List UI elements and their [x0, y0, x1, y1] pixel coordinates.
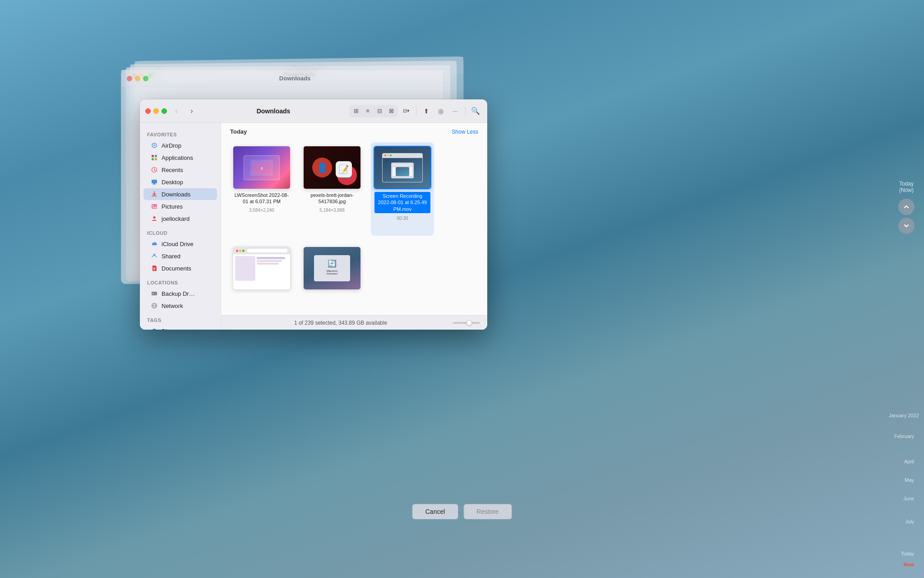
recents-icon	[151, 166, 158, 173]
screenshot-preview-inner: ⬆	[244, 155, 280, 180]
browser-thumb-1	[235, 256, 255, 281]
migration-title: MigrationAssistant	[327, 270, 338, 275]
file-meta-music: 5,184×3,888	[319, 208, 345, 213]
restore-button[interactable]: Restore	[463, 504, 512, 519]
toolbar-separator	[416, 107, 416, 116]
sidebar-item-documents[interactable]: Documents	[143, 262, 217, 274]
sidebar-item-recents[interactable]: Recents	[143, 164, 217, 176]
sidebar-item-icloud[interactable]: iCloud Drive	[143, 238, 217, 250]
timeline-apr: April	[889, 459, 919, 466]
icon-view-button[interactable]: ⊞	[350, 106, 362, 117]
migration-icon: 🔄	[328, 259, 337, 268]
nav-up-button[interactable]	[898, 199, 915, 215]
sidebar-item-applications[interactable]: Applications	[143, 152, 217, 163]
forward-button[interactable]: ›	[186, 105, 198, 117]
close-button[interactable]	[145, 108, 151, 114]
sidebar-item-user[interactable]: joellockard	[143, 213, 217, 224]
timeline-now: Now	[889, 562, 919, 569]
file-item-migration[interactable]: 🔄 MigrationAssistant	[300, 243, 364, 308]
column-view-button[interactable]: ⊟	[374, 106, 385, 117]
timeline-jan: January 2022	[889, 413, 919, 420]
inner-dot-red	[384, 154, 386, 156]
sidebar-item-backup[interactable]: Backup Dr…	[143, 288, 217, 299]
traffic-lights	[145, 108, 167, 114]
group-button[interactable]: ⊟▾	[400, 105, 412, 117]
show-less-button[interactable]: Show Less	[452, 129, 478, 135]
favorites-header: Favorites	[140, 126, 221, 139]
locations-header: Locations	[140, 275, 221, 287]
action-buttons: Cancel Restore	[412, 504, 512, 519]
browser-line-1	[257, 257, 285, 259]
timeline-jun: June	[889, 496, 919, 503]
share-button[interactable]: ⬆	[420, 105, 433, 117]
browser-body	[233, 254, 290, 289]
migration-preview: 🔄 MigrationAssistant	[304, 247, 360, 289]
downloads-label: Downloads	[162, 191, 190, 198]
browser-dot-red	[236, 250, 238, 252]
sidebar-item-network[interactable]: Network	[143, 300, 217, 312]
inner-dot-yellow	[387, 154, 389, 156]
file-item-recording[interactable]: Screen Recording 2022-08-01 at 6.25.49 P…	[371, 142, 434, 236]
timeline-gap-4	[889, 485, 919, 496]
desktop-label: Desktop	[162, 179, 183, 186]
pictures-icon	[151, 203, 158, 210]
recording-preview	[374, 147, 430, 188]
timeline-feb: February	[889, 434, 919, 441]
title-bar: ‹ › Downloads ⊞ ≡ ⊟ ⊠ ⊟▾ ⬆ ◎ ··· 🔍	[140, 99, 487, 123]
sidebar-item-shared[interactable]: Shared	[143, 250, 217, 262]
fullscreen-button[interactable]	[162, 108, 167, 114]
music-icons: 👤 📝	[312, 158, 352, 177]
file-item-browser[interactable]	[230, 243, 293, 308]
sidebar-item-pictures[interactable]: Pictures	[143, 200, 217, 212]
list-view-button[interactable]: ≡	[362, 106, 374, 117]
tag-button[interactable]: ◎	[434, 105, 447, 117]
zoom-track[interactable]	[453, 322, 480, 324]
toolbar-separator-2	[465, 107, 466, 116]
timeline-gap-1	[889, 420, 919, 434]
browser-content	[235, 256, 288, 281]
sidebar-item-downloads[interactable]: Downloads	[143, 188, 217, 200]
window-title: Downloads	[201, 107, 346, 115]
nav-down-button[interactable]	[898, 218, 915, 234]
toolbar-icons: ⊞ ≡ ⊟ ⊠ ⊟▾ ⬆ ◎ ··· 🔍	[349, 105, 482, 117]
file-item-screenshot[interactable]: ⬆ LWScreenShot 2022-08-01 at 6.07.31 PM …	[230, 142, 293, 236]
status-text: 1 of 239 selected, 343.89 GB available	[228, 320, 453, 326]
svg-point-0	[152, 143, 157, 148]
svg-rect-9	[152, 204, 157, 209]
search-button[interactable]: 🔍	[469, 105, 482, 117]
svg-point-10	[152, 205, 153, 206]
sidebar-item-desktop[interactable]: Desktop	[143, 176, 217, 188]
inner-window	[382, 153, 423, 182]
timeline-gap-2	[889, 441, 919, 459]
file-name-music: pexels-brett-jordan-5417836.jpg	[304, 192, 360, 205]
browser-dot-yellow	[239, 250, 241, 252]
gallery-view-button[interactable]: ⊠	[385, 106, 397, 117]
today-now-label: Today (Now)	[892, 181, 920, 193]
more-button[interactable]: ···	[449, 105, 462, 117]
backup-label: Backup Dr…	[162, 290, 195, 297]
music-preview: 👤 📝 🎵	[304, 146, 360, 189]
timeline-spacer-bottom	[889, 243, 924, 413]
minimize-button[interactable]	[153, 108, 159, 114]
icloud-header: iCloud	[140, 225, 221, 238]
cancel-button[interactable]: Cancel	[412, 504, 458, 519]
migration-inner: 🔄 MigrationAssistant	[314, 255, 350, 281]
documents-label: Documents	[162, 265, 191, 272]
sidebar: Favorites AirDrop	[140, 123, 221, 330]
airdrop-icon	[151, 142, 158, 149]
user-icon	[151, 215, 158, 222]
sidebar-item-tag-blue[interactable]: Blue	[143, 325, 217, 330]
screenshot-preview: ⬆	[233, 146, 290, 189]
file-item-music[interactable]: 👤 📝 🎵	[300, 142, 364, 236]
back-button[interactable]: ‹	[171, 105, 182, 117]
sidebar-item-airdrop[interactable]: AirDrop	[143, 140, 217, 151]
timeline-nav: Today (Now)	[889, 172, 924, 243]
user-label: joellockard	[162, 215, 189, 222]
inner-window-titlebar	[383, 154, 422, 158]
main-content: Favorites AirDrop	[140, 123, 487, 330]
icloud-icon	[151, 240, 158, 247]
documents-icon	[151, 265, 158, 272]
zoom-control	[453, 322, 480, 324]
svg-rect-6	[152, 180, 157, 183]
airdrop-label: AirDrop	[162, 142, 181, 149]
